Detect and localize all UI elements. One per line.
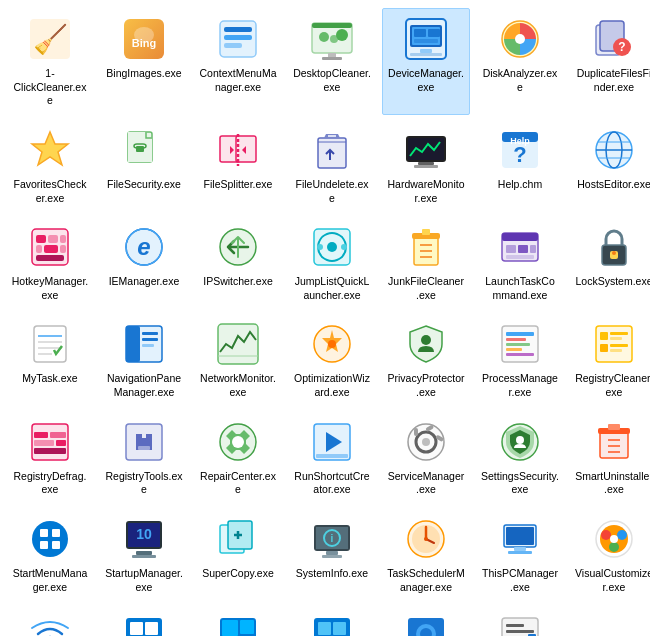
item-label: FavoritesChecker.exe bbox=[11, 178, 89, 205]
list-item[interactable]: SuperCopy.exe bbox=[194, 508, 282, 601]
item-label: FileSecurity.exe bbox=[107, 178, 181, 192]
item-label: ServiceManager.exe bbox=[387, 470, 465, 497]
svg-rect-79 bbox=[518, 245, 528, 253]
item-label: HotkeyManager.exe bbox=[11, 275, 89, 302]
item-label: ThisPCManager.exe bbox=[481, 567, 559, 594]
svg-point-132 bbox=[516, 436, 524, 444]
list-item[interactable]: LaunchTaskCommand.exe bbox=[476, 216, 564, 309]
windows10manager-icon bbox=[120, 612, 168, 636]
item-label: MyTask.exe bbox=[22, 372, 77, 386]
list-item[interactable]: PrivacyProtector.exe bbox=[382, 313, 470, 406]
list-item[interactable]: BingBingImages.exe bbox=[100, 8, 188, 115]
list-item[interactable]: HardwareMonitor.exe bbox=[382, 119, 470, 212]
list-item[interactable]: WindowsAppSettings.exe bbox=[194, 605, 282, 636]
list-item[interactable]: RegistryCleaner.exe bbox=[570, 313, 650, 406]
list-item[interactable]: RegistryDefrag.exe bbox=[6, 411, 94, 504]
list-item[interactable]: ThisPCManager.exe bbox=[476, 508, 564, 601]
svg-text:?: ? bbox=[618, 40, 625, 54]
svg-rect-174 bbox=[130, 622, 143, 635]
list-item[interactable]: RegistryTools.exe bbox=[100, 411, 188, 504]
svg-rect-148 bbox=[132, 555, 156, 558]
list-item[interactable]: eIEManager.exe bbox=[100, 216, 188, 309]
list-item[interactable]: ServiceManager.exe bbox=[382, 411, 470, 504]
list-item[interactable]: RunShortcutCreator.exe bbox=[288, 411, 376, 504]
svg-rect-135 bbox=[608, 424, 620, 430]
list-item[interactable]: DiskAnalyzer.exe bbox=[476, 8, 564, 115]
list-item[interactable]: ProcessManager.exe bbox=[476, 313, 564, 406]
item-label: ProcessManager.exe bbox=[481, 372, 559, 399]
svg-rect-55 bbox=[36, 235, 46, 243]
svg-rect-85 bbox=[34, 326, 66, 362]
svg-rect-57 bbox=[60, 235, 66, 243]
svg-rect-179 bbox=[222, 620, 238, 636]
list-item[interactable]: Windows10Manager.exe bbox=[100, 605, 188, 636]
list-item[interactable]: SmartUninstaller.exe bbox=[570, 411, 650, 504]
list-item[interactable]: ContextMenuManager.exe bbox=[194, 8, 282, 115]
svg-rect-147 bbox=[136, 551, 152, 555]
list-item[interactable]: iSystemInfo.exe bbox=[288, 508, 376, 601]
1clickcleaner-icon: 🧹 bbox=[26, 15, 74, 63]
list-item[interactable]: JumpListQuickLauncher.exe bbox=[288, 216, 376, 309]
list-item[interactable]: WiFiManager.exe bbox=[6, 605, 94, 636]
runshortcutcreator-icon bbox=[308, 418, 356, 466]
svg-text:e: e bbox=[137, 233, 150, 260]
startupmanager-icon: 10 bbox=[120, 515, 168, 563]
svg-rect-110 bbox=[600, 344, 608, 352]
svg-rect-117 bbox=[56, 440, 66, 446]
settingssecurity-icon bbox=[496, 418, 544, 466]
item-label: DiskAnalyzer.exe bbox=[481, 67, 559, 94]
list-item[interactable]: WindowsUtilities.exe bbox=[382, 605, 470, 636]
svg-rect-194 bbox=[506, 624, 524, 627]
svg-point-139 bbox=[32, 521, 68, 557]
list-item[interactable]: FileSecurity.exe bbox=[100, 119, 188, 212]
list-item[interactable]: WinXMenuEditor.exe bbox=[476, 605, 564, 636]
list-item[interactable]: SettingsSecurity.exe bbox=[476, 411, 564, 504]
svg-rect-33 bbox=[136, 146, 144, 152]
svg-rect-163 bbox=[506, 527, 534, 545]
item-label: 1-ClickCleaner.exe bbox=[11, 67, 89, 108]
locksystem-icon bbox=[590, 223, 638, 271]
list-item[interactable]: HotkeyManager.exe bbox=[6, 216, 94, 309]
list-item[interactable]: NetworkMonitor.exe bbox=[194, 313, 282, 406]
list-item[interactable]: FavoritesChecker.exe bbox=[6, 119, 94, 212]
svg-point-171 bbox=[610, 535, 618, 543]
svg-point-168 bbox=[601, 530, 611, 540]
item-label: BingImages.exe bbox=[106, 67, 181, 81]
item-label: StartupManager.exe bbox=[105, 567, 183, 594]
svg-rect-13 bbox=[322, 57, 342, 60]
list-item[interactable]: Help?Help.chm bbox=[476, 119, 564, 212]
svg-point-161 bbox=[424, 537, 428, 541]
list-item[interactable]: HostsEditor.exe bbox=[570, 119, 650, 212]
list-item[interactable]: VisualCustomizer.exe bbox=[570, 508, 650, 601]
list-item[interactable]: DeviceManager.exe bbox=[382, 8, 470, 115]
list-item[interactable]: WindowsAppUninstaller.exe bbox=[288, 605, 376, 636]
svg-rect-75 bbox=[422, 229, 430, 235]
list-item[interactable]: NavigationPaneManager.exe bbox=[100, 313, 188, 406]
list-item[interactable]: OptimizationWizard.exe bbox=[288, 313, 376, 406]
svg-rect-92 bbox=[142, 332, 158, 335]
hotkeymanager-icon bbox=[26, 223, 74, 271]
list-item[interactable]: FileUndelete.exe bbox=[288, 119, 376, 212]
list-item[interactable]: DesktopCleaner.exe bbox=[288, 8, 376, 115]
svg-point-5 bbox=[134, 27, 154, 43]
list-item[interactable]: LockSystem.exe bbox=[570, 216, 650, 309]
svg-rect-115 bbox=[50, 432, 66, 438]
list-item[interactable]: ?DuplicateFilesFinder.exe bbox=[570, 8, 650, 115]
item-label: HardwareMonitor.exe bbox=[387, 178, 465, 205]
list-item[interactable]: StartMenuManager.exe bbox=[6, 508, 94, 601]
item-label: StartMenuManager.exe bbox=[11, 567, 89, 594]
item-label: NetworkMonitor.exe bbox=[199, 372, 277, 399]
list-item[interactable]: IPSwitcher.exe bbox=[194, 216, 282, 309]
list-item[interactable]: TaskSchedulerManager.exe bbox=[382, 508, 470, 601]
list-item[interactable]: JunkFileCleaner.exe bbox=[382, 216, 470, 309]
bingimages-icon: Bing bbox=[120, 15, 168, 63]
list-item[interactable]: FileSplitter.exe bbox=[194, 119, 282, 212]
list-item[interactable]: RepairCenter.exe bbox=[194, 411, 282, 504]
app-grid: 🧹1-ClickCleaner.exeBingBingImages.exeCon… bbox=[0, 0, 650, 636]
item-label: JunkFileCleaner.exe bbox=[387, 275, 465, 302]
list-item[interactable]: MyTask.exe bbox=[6, 313, 94, 406]
windowsutilities-icon bbox=[402, 612, 450, 636]
junkfilecleaner-icon bbox=[402, 223, 450, 271]
list-item[interactable]: 🧹1-ClickCleaner.exe bbox=[6, 8, 94, 115]
list-item[interactable]: 10StartupManager.exe bbox=[100, 508, 188, 601]
